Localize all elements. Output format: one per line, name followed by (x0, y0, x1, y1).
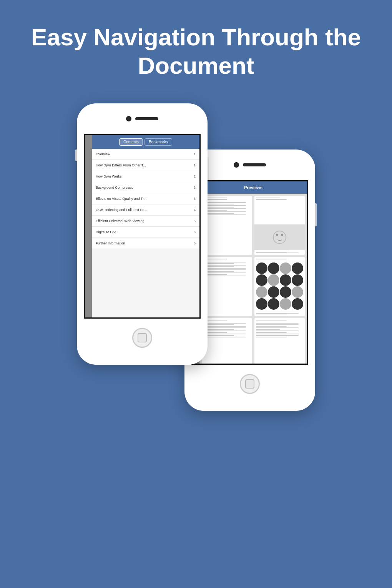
preview-line (256, 337, 287, 337)
toc-item[interactable]: How DjVu Works 2 (92, 171, 199, 182)
preview-line (203, 213, 234, 214)
toc-item[interactable]: Further Information 6 (92, 238, 199, 249)
previews-screen: Previews (193, 181, 307, 364)
preview-line (256, 334, 299, 334)
toc-item-page: 6 (194, 241, 196, 245)
preview-thumb-2[interactable] (254, 196, 305, 255)
preview-thumb-3[interactable] (202, 257, 252, 316)
toc-item[interactable]: Background Compression 3 (92, 182, 199, 193)
preview-line (256, 323, 299, 324)
toc-main: Contents Bookmarks Overview 1 How DjVu D… (92, 135, 199, 317)
preview-line (203, 207, 234, 208)
preview-line (203, 324, 234, 325)
preview-line (203, 334, 246, 334)
preview-line (256, 329, 280, 330)
preview-line (256, 335, 299, 336)
toc-item[interactable]: Digital to DjVu 6 (92, 227, 199, 238)
toc-item[interactable]: Efficient Universal Web Viewing 5 (92, 216, 199, 227)
dot (256, 274, 267, 286)
toc-item-text: How DjVu Differs From Other T... (96, 163, 192, 167)
previews-grid (199, 194, 307, 365)
tab-bookmarks[interactable]: Bookmarks (145, 138, 172, 146)
toc-item-page: 6 (194, 230, 196, 234)
preview-line (203, 268, 246, 269)
header-section: Easy Navigation Through the Document (0, 0, 392, 96)
toc-item-page: 1 (194, 152, 196, 156)
toc-item-text: Background Compression (96, 186, 192, 189)
preview-line (203, 269, 246, 270)
preview-line (203, 202, 246, 203)
preview-line (203, 263, 234, 264)
preview-line (256, 332, 287, 333)
toc-screen: Contents Bookmarks Overview 1 How DjVu D… (85, 135, 199, 317)
preview-thumb-6[interactable] (254, 318, 305, 365)
preview-thumb-5[interactable] (202, 318, 252, 365)
toc-items-list: Overview 1 How DjVu Differs From Other T… (92, 149, 199, 249)
toc-item-text: Overview (96, 152, 192, 156)
toc-item-page: 3 (194, 186, 196, 189)
preview-image (254, 224, 305, 250)
preview-line (203, 327, 246, 328)
preview-line (203, 205, 246, 206)
left-iphone: Contents Bookmarks Overview 1 How DjVu D… (77, 103, 208, 365)
preview-line (256, 252, 299, 253)
page-title: Easy Navigation Through the Document (31, 23, 361, 80)
left-iphone-bottom (77, 319, 208, 357)
dot (268, 274, 279, 286)
preview-line (203, 323, 246, 324)
dot (256, 286, 267, 298)
preview-line (256, 327, 299, 328)
left-iphone-top (77, 103, 208, 134)
preview-line (256, 259, 287, 259)
left-home-button-inner (138, 333, 147, 342)
preview-thumb-1[interactable] (202, 196, 252, 255)
right-speaker-icon (243, 163, 266, 166)
right-iphone-screen: Previews (191, 180, 308, 365)
previews-main: Previews (199, 181, 307, 364)
toc-item[interactable]: Effects on Visual Quality and Tr... 3 (92, 193, 199, 204)
left-home-button[interactable] (132, 328, 152, 348)
toc-item[interactable]: How DjVu Differs From Other T... 1 (92, 160, 199, 171)
preview-line (203, 214, 246, 215)
dot (268, 298, 279, 310)
dot (292, 286, 303, 298)
dot (256, 262, 267, 274)
dot (292, 262, 303, 274)
right-camera-icon (234, 162, 239, 168)
dot (280, 262, 291, 274)
dot (292, 298, 303, 310)
toc-sidebar (85, 135, 92, 317)
left-camera-icon (126, 116, 131, 121)
right-home-button[interactable] (240, 374, 260, 394)
toc-item-page: 5 (194, 219, 196, 223)
previews-header: Previews (199, 181, 307, 194)
toc-item[interactable]: OCR, Indexing and Full-Text Se... 4 (92, 204, 199, 216)
preview-line (203, 265, 246, 266)
dot (280, 298, 291, 310)
preview-line (203, 208, 246, 209)
preview-line (256, 331, 299, 331)
dot (280, 286, 291, 298)
preview-line (203, 211, 246, 212)
preview-line (256, 326, 287, 327)
preview-line (203, 204, 234, 204)
toc-item-text: Digital to DjVu (96, 230, 192, 234)
toc-item-text: Efficient Universal Web Viewing (96, 219, 192, 223)
dot (280, 274, 291, 286)
preview-line (256, 198, 280, 198)
preview-thumb-4[interactable] (254, 257, 305, 316)
preview-line (203, 271, 234, 272)
preview-line (203, 337, 246, 337)
left-iphone-screen: Contents Bookmarks Overview 1 How DjVu D… (84, 134, 201, 319)
toc-item[interactable]: Overview 1 (92, 149, 199, 160)
preview-line (256, 199, 287, 200)
dot (268, 262, 279, 274)
preview-line (203, 335, 234, 336)
left-speaker-icon (135, 117, 158, 120)
preview-line (256, 324, 299, 325)
dot (268, 286, 279, 298)
toc-item-page: 1 (194, 163, 196, 167)
preview-line (203, 276, 246, 276)
tab-contents[interactable]: Contents (119, 138, 143, 146)
toc-item-page: 3 (194, 197, 196, 201)
